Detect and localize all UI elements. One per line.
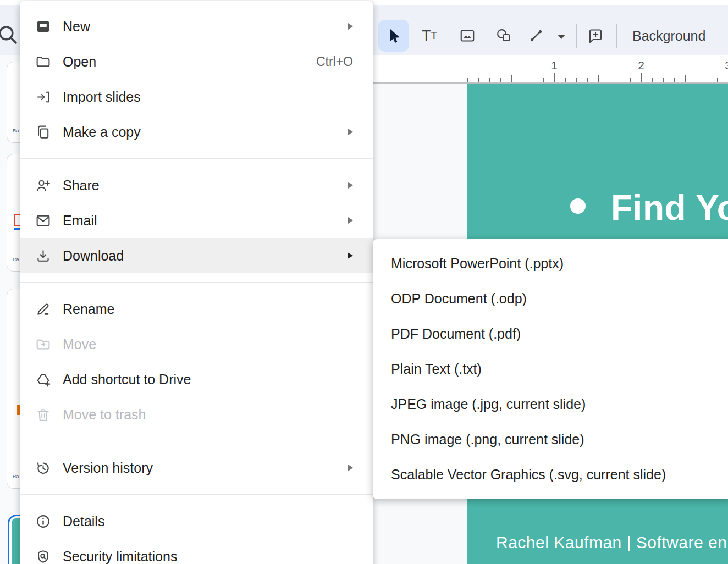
rename-icon bbox=[33, 301, 53, 317]
menu-item-label: Move bbox=[63, 336, 96, 352]
menu-item-label: Share bbox=[63, 178, 100, 193]
text-box-icon: T bbox=[422, 27, 431, 45]
background-button[interactable]: Background bbox=[632, 20, 705, 52]
menu-item-shortcut: Ctrl+O bbox=[316, 54, 353, 69]
ruler-tick bbox=[620, 78, 621, 82]
menu-item-label: Version history bbox=[63, 460, 153, 476]
insert-shape-button[interactable] bbox=[488, 20, 519, 52]
menu-item-label: Open bbox=[63, 54, 96, 70]
info-icon bbox=[33, 513, 53, 529]
menu-item-version-history[interactable]: Version history bbox=[20, 450, 373, 485]
text-box-button[interactable]: TT bbox=[414, 20, 445, 52]
import-icon bbox=[33, 89, 53, 105]
google-slides-app: TT Background 123 Find You Rachel Kaufma… bbox=[0, 0, 728, 564]
ruler-tick bbox=[467, 78, 468, 82]
ruler-tick bbox=[533, 78, 534, 82]
move-icon bbox=[33, 336, 53, 352]
ruler-tick bbox=[511, 75, 512, 82]
menu-item-new[interactable]: New bbox=[20, 9, 373, 44]
submenu-arrow-icon bbox=[348, 465, 353, 471]
ruler-tick bbox=[554, 73, 555, 82]
ruler-tick bbox=[630, 78, 631, 82]
ruler-ticks: 123 bbox=[373, 55, 728, 82]
ruler-tick bbox=[522, 78, 523, 82]
ruler-tick bbox=[674, 78, 675, 82]
ruler-tick bbox=[489, 78, 490, 82]
select-tool-button[interactable] bbox=[378, 20, 409, 52]
menu-item-download[interactable]: Download bbox=[20, 238, 373, 273]
menu-item-make-a-copy[interactable]: Make a copy bbox=[20, 114, 373, 150]
menu-item-label: Move to trash bbox=[63, 407, 146, 423]
slide-footer-text[interactable]: Rachel Kaufman | Software en bbox=[496, 533, 727, 552]
submenu-item-svg[interactable]: Scalable Vector Graphics (.svg, current … bbox=[373, 457, 728, 492]
submenu-item-jpg[interactable]: JPEG image (.jpg, current slide) bbox=[373, 386, 728, 422]
menu-item-label: Make a copy bbox=[63, 124, 141, 140]
menu-divider bbox=[20, 282, 373, 283]
submenu-item-png[interactable]: PNG image (.png, current slide) bbox=[373, 422, 728, 457]
thumbnail-label: Ra bbox=[13, 474, 19, 479]
menu-item-import-slides[interactable]: Import slides bbox=[20, 79, 373, 114]
folder-icon bbox=[33, 54, 53, 70]
copy-icon bbox=[33, 124, 53, 140]
menu-item-email[interactable]: Email bbox=[20, 203, 373, 238]
menu-item-open[interactable]: OpenCtrl+O bbox=[20, 44, 373, 79]
person-add-icon bbox=[33, 178, 53, 193]
ruler-tick bbox=[576, 78, 577, 82]
submenu-arrow-icon bbox=[348, 23, 353, 30]
menu-item-rename[interactable]: Rename bbox=[20, 291, 373, 327]
ruler-number: 3 bbox=[725, 59, 728, 72]
file-menu: NewOpenCtrl+OImport slidesMake a copySha… bbox=[20, 1, 373, 564]
image-icon bbox=[459, 27, 476, 44]
add-comment-button[interactable] bbox=[580, 20, 611, 52]
ruler-tick bbox=[663, 78, 664, 82]
ruler-tick bbox=[641, 73, 642, 82]
thumbnail-label: Ra bbox=[13, 257, 19, 262]
menu-item-share[interactable]: Share bbox=[20, 168, 373, 203]
ruler-tick bbox=[652, 78, 653, 82]
ruler-tick bbox=[543, 78, 544, 82]
menu-item-label: Rename bbox=[63, 301, 115, 317]
menu-item-move[interactable]: Move bbox=[20, 327, 373, 362]
filmstrip: Ra Ra Ra Ra bbox=[0, 55, 20, 564]
menu-item-label: Security limitations bbox=[63, 549, 177, 564]
submenu-arrow-icon bbox=[348, 182, 353, 189]
new-icon bbox=[33, 19, 53, 35]
menu-item-label: New bbox=[63, 19, 90, 35]
submenu-item-pdf[interactable]: PDF Document (.pdf) bbox=[373, 316, 728, 351]
menu-item-details[interactable]: Details bbox=[20, 504, 373, 539]
submenu-item-pptx[interactable]: Microsoft PowerPoint (.pptx) bbox=[373, 246, 728, 281]
submenu-arrow-icon bbox=[348, 129, 353, 135]
shape-icon bbox=[495, 27, 512, 44]
menu-divider bbox=[20, 158, 373, 159]
slide-title-text[interactable]: Find You bbox=[611, 187, 728, 228]
line-dropdown-caret-icon[interactable] bbox=[558, 35, 565, 39]
ruler-tick bbox=[696, 78, 697, 82]
menu-item-security-limitations[interactable]: Security limitations bbox=[20, 539, 373, 564]
download-submenu: Microsoft PowerPoint (.pptx)ODP Document… bbox=[373, 239, 728, 499]
search-icon[interactable] bbox=[0, 23, 19, 48]
shield-icon bbox=[33, 549, 53, 564]
toolbar-separator bbox=[616, 24, 617, 48]
insert-line-button[interactable] bbox=[522, 20, 550, 52]
menu-item-label: Import slides bbox=[63, 89, 141, 105]
add-comment-icon bbox=[587, 27, 604, 44]
email-icon bbox=[33, 213, 53, 229]
ruler-tick bbox=[609, 78, 610, 82]
menu-item-label: Email bbox=[63, 213, 97, 229]
cursor-icon bbox=[385, 27, 402, 44]
menu-item-move-to-trash[interactable]: Move to trash bbox=[20, 397, 373, 432]
ruler-tick bbox=[587, 78, 588, 82]
menu-divider bbox=[20, 494, 373, 495]
bullet-dot bbox=[570, 198, 586, 214]
insert-image-button[interactable] bbox=[452, 20, 483, 52]
trash-icon bbox=[33, 407, 53, 423]
submenu-item-txt[interactable]: Plain Text (.txt) bbox=[373, 351, 728, 386]
menu-item-add-shortcut-to-drive[interactable]: Add shortcut to Drive bbox=[20, 362, 373, 397]
drive-add-icon bbox=[33, 372, 53, 388]
menu-item-label: Download bbox=[63, 248, 124, 264]
ruler-tick bbox=[478, 78, 479, 82]
submenu-item-odp[interactable]: ODP Document (.odp) bbox=[373, 281, 728, 316]
line-icon bbox=[528, 27, 544, 44]
ruler-tick bbox=[707, 78, 708, 82]
ruler-tick bbox=[598, 75, 599, 82]
